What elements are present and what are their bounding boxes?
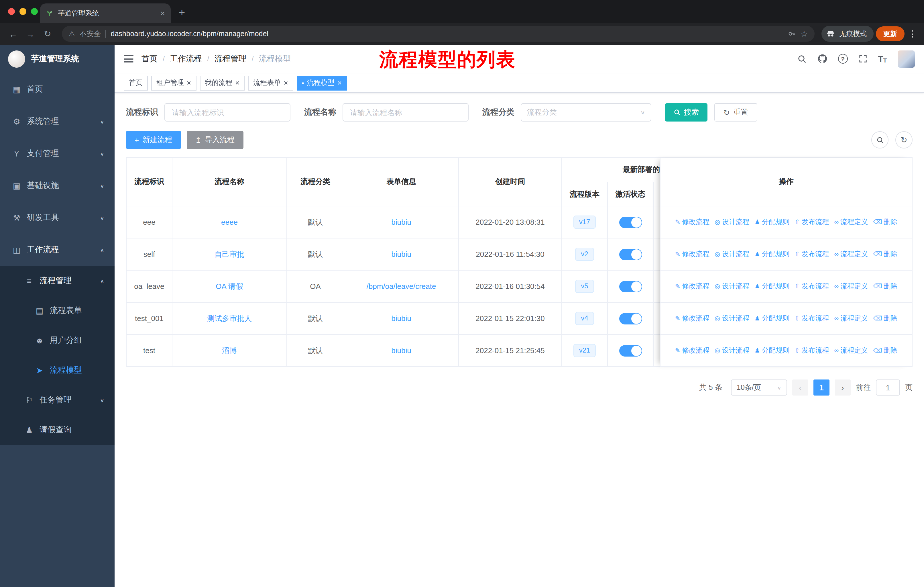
delete-process-link[interactable]: ⌫删除	[873, 217, 898, 227]
active-toggle[interactable]	[619, 313, 642, 324]
sidebar-item-process-model[interactable]: ➤ 流程模型	[0, 356, 115, 385]
password-key-icon[interactable]	[788, 30, 796, 38]
assign-rule-link[interactable]: ♟分配规则	[754, 250, 789, 259]
zoom-window-button[interactable]	[31, 8, 38, 15]
user-avatar[interactable]	[898, 50, 915, 67]
edit-process-link[interactable]: ✎修改流程	[675, 346, 710, 356]
active-toggle[interactable]	[619, 345, 642, 356]
active-toggle[interactable]	[619, 217, 642, 228]
minimize-window-button[interactable]	[20, 8, 26, 15]
prev-page-button[interactable]: ‹	[792, 379, 808, 395]
sidebar-item-leave-query[interactable]: ♟ 请假查询	[0, 415, 115, 445]
forward-button[interactable]: →	[23, 29, 38, 39]
close-icon[interactable]: ×	[187, 79, 191, 86]
update-button[interactable]: 更新	[876, 26, 904, 41]
edit-process-link[interactable]: ✎修改流程	[675, 314, 710, 323]
publish-process-link[interactable]: ⇧发布流程	[795, 217, 829, 227]
tag-process-form[interactable]: 流程表单 ×	[248, 75, 293, 90]
sidebar-item-infrastructure[interactable]: ▣ 基础设施 ∨	[0, 170, 115, 202]
reload-button[interactable]: ↻	[40, 29, 55, 39]
publish-process-link[interactable]: ⇧发布流程	[795, 314, 829, 323]
sidebar-item-devtools[interactable]: ⚒ 研发工具 ∨	[0, 202, 115, 234]
assign-rule-link[interactable]: ♟分配规则	[754, 346, 789, 356]
edit-process-link[interactable]: ✎修改流程	[675, 217, 710, 227]
form-info-link[interactable]: biubiu	[344, 335, 459, 366]
process-id-input[interactable]	[164, 103, 290, 122]
close-icon[interactable]: ×	[337, 79, 342, 86]
close-window-button[interactable]	[8, 8, 15, 15]
process-name-link[interactable]: 自己审批	[172, 238, 287, 270]
process-definition-link[interactable]: ∞流程定义	[834, 217, 868, 227]
active-toggle[interactable]	[619, 281, 642, 292]
delete-process-link[interactable]: ⌫删除	[873, 346, 898, 356]
incognito-chip[interactable]: 无痕模式	[822, 26, 874, 42]
page-size-select[interactable]: 10条/页 ∨	[731, 379, 787, 395]
sidebar-item-workflow[interactable]: ◫ 工作流程 ∧	[0, 234, 115, 266]
design-process-link[interactable]: ◎设计流程	[714, 314, 749, 323]
reset-button[interactable]: ↻ 重置	[714, 103, 757, 122]
sidebar-item-task-management[interactable]: ⚐ 任务管理 ∨	[0, 385, 115, 415]
tag-process-model[interactable]: ● 流程模型 ×	[297, 75, 347, 90]
tag-home[interactable]: 首页	[124, 75, 148, 90]
refresh-table-button[interactable]: ↻	[895, 131, 912, 149]
process-name-link[interactable]: 滔博	[172, 335, 287, 366]
active-toggle[interactable]	[619, 248, 642, 260]
process-category-select[interactable]: 流程分类 ∨	[521, 103, 651, 122]
form-info-link[interactable]: biubiu	[344, 238, 459, 270]
address-bar[interactable]: ⚠ 不安全 dashboard.yudao.iocoder.cn/bpm/man…	[62, 26, 815, 42]
goto-page-input[interactable]	[876, 379, 900, 395]
sidebar-item-user-group[interactable]: ☻ 用户分组	[0, 326, 115, 356]
publish-process-link[interactable]: ⇧发布流程	[795, 346, 829, 356]
breadcrumb-item[interactable]: 工作流程	[170, 54, 202, 64]
assign-rule-link[interactable]: ♟分配规则	[754, 217, 789, 227]
form-info-link[interactable]: biubiu	[344, 207, 459, 238]
import-process-button[interactable]: ↥ 导入流程	[186, 131, 243, 149]
process-definition-link[interactable]: ∞流程定义	[834, 281, 868, 291]
process-name-input[interactable]	[343, 103, 469, 122]
design-process-link[interactable]: ◎设计流程	[714, 346, 749, 356]
process-definition-link[interactable]: ∞流程定义	[834, 250, 868, 259]
bookmark-star-icon[interactable]: ☆	[800, 29, 808, 38]
form-info-link[interactable]: /bpm/oa/leave/create	[344, 271, 459, 302]
publish-process-link[interactable]: ⇧发布流程	[795, 281, 829, 291]
font-size-icon[interactable]: TT	[878, 54, 887, 64]
browser-menu-kebab-icon[interactable]: ⋮	[907, 29, 918, 39]
next-page-button[interactable]: ›	[835, 379, 851, 395]
search-button[interactable]: 搜索	[665, 103, 708, 122]
process-definition-link[interactable]: ∞流程定义	[834, 314, 868, 323]
close-icon[interactable]: ×	[235, 79, 239, 86]
new-tab-button[interactable]: +	[179, 6, 185, 19]
breadcrumb-item[interactable]: 流程管理	[214, 54, 247, 64]
process-definition-link[interactable]: ∞流程定义	[834, 346, 868, 356]
sidebar-item-home[interactable]: ▦ 首页	[0, 73, 115, 106]
edit-process-link[interactable]: ✎修改流程	[675, 250, 710, 259]
fullscreen-icon[interactable]	[858, 55, 867, 63]
process-name-link[interactable]: 测试多审批人	[172, 303, 287, 334]
assign-rule-link[interactable]: ♟分配规则	[754, 314, 789, 323]
design-process-link[interactable]: ◎设计流程	[714, 217, 749, 227]
breadcrumb-item[interactable]: 首页	[142, 54, 158, 64]
edit-process-link[interactable]: ✎修改流程	[675, 281, 710, 291]
create-process-button[interactable]: + 新建流程	[126, 131, 181, 149]
delete-process-link[interactable]: ⌫删除	[873, 250, 898, 259]
process-name-link[interactable]: OA 请假	[172, 271, 287, 302]
page-button-1[interactable]: 1	[813, 379, 830, 395]
browser-tab[interactable]: 芋道管理系统 ×	[40, 3, 171, 23]
tag-my-process[interactable]: 我的流程 ×	[200, 75, 244, 90]
assign-rule-link[interactable]: ♟分配规则	[754, 281, 789, 291]
github-icon[interactable]	[817, 54, 827, 64]
search-icon[interactable]	[797, 54, 806, 63]
tab-close-icon[interactable]: ×	[160, 8, 165, 18]
sidebar-item-system-management[interactable]: ⚙ 系统管理 ∨	[0, 106, 115, 137]
sidebar-item-process-management[interactable]: ≡ 流程管理 ∧	[0, 266, 115, 296]
design-process-link[interactable]: ◎设计流程	[714, 281, 749, 291]
back-button[interactable]: ←	[6, 29, 21, 39]
sidebar-item-process-form[interactable]: ▤ 流程表单	[0, 296, 115, 326]
form-info-link[interactable]: biubiu	[344, 303, 459, 334]
sidebar-item-payment-management[interactable]: ¥ 支付管理 ∨	[0, 137, 115, 170]
design-process-link[interactable]: ◎设计流程	[714, 250, 749, 259]
help-icon[interactable]: ?	[838, 54, 848, 64]
close-icon[interactable]: ×	[284, 79, 288, 86]
tag-tenant-management[interactable]: 租户管理 ×	[151, 75, 196, 90]
sidebar-toggle-button[interactable]	[124, 53, 134, 64]
